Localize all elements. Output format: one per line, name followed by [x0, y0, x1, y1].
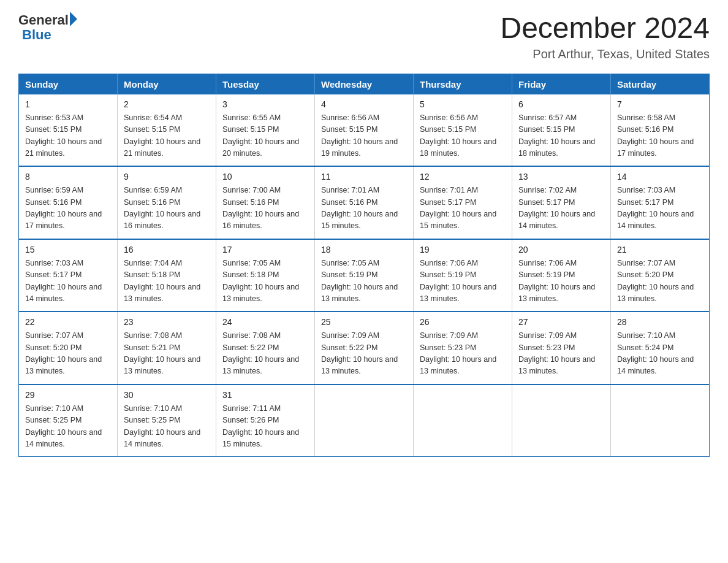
day-number: 9 — [124, 170, 210, 183]
day-number: 26 — [420, 316, 506, 329]
day-info: Sunrise: 7:09 AMSunset: 5:22 PMDaylight:… — [321, 331, 398, 375]
calendar-day-cell: 31Sunrise: 7:11 AMSunset: 5:26 PMDayligh… — [216, 385, 315, 457]
calendar-day-cell: 29Sunrise: 7:10 AMSunset: 5:25 PMDayligh… — [19, 385, 118, 457]
calendar-week-row: 8Sunrise: 6:59 AMSunset: 5:16 PMDaylight… — [19, 166, 710, 239]
day-number: 30 — [124, 389, 210, 402]
day-info: Sunrise: 7:02 AMSunset: 5:17 PMDaylight:… — [518, 186, 595, 230]
header-day-monday: Monday — [118, 74, 216, 94]
calendar-day-cell: 20Sunrise: 7:06 AMSunset: 5:19 PMDayligh… — [512, 239, 611, 312]
day-info: Sunrise: 7:06 AMSunset: 5:19 PMDaylight:… — [420, 259, 496, 303]
day-number: 21 — [617, 243, 703, 256]
day-info: Sunrise: 7:07 AMSunset: 5:20 PMDaylight:… — [617, 259, 694, 303]
day-info: Sunrise: 7:01 AMSunset: 5:16 PMDaylight:… — [321, 186, 398, 230]
day-info: Sunrise: 7:08 AMSunset: 5:22 PMDaylight:… — [222, 331, 299, 375]
logo-blue-text: Blue — [22, 27, 51, 43]
day-number: 18 — [321, 243, 407, 256]
day-info: Sunrise: 7:01 AMSunset: 5:17 PMDaylight:… — [420, 186, 496, 230]
day-info: Sunrise: 7:05 AMSunset: 5:18 PMDaylight:… — [222, 259, 299, 303]
calendar-day-cell: 25Sunrise: 7:09 AMSunset: 5:22 PMDayligh… — [315, 312, 414, 385]
calendar-day-cell: 11Sunrise: 7:01 AMSunset: 5:16 PMDayligh… — [315, 166, 414, 239]
day-number: 28 — [617, 316, 703, 329]
page-header: General Blue December 2024 Port Arthur, … — [18, 12, 710, 61]
day-number: 7 — [617, 98, 703, 111]
calendar-day-cell: 24Sunrise: 7:08 AMSunset: 5:22 PMDayligh… — [216, 312, 315, 385]
calendar-week-row: 29Sunrise: 7:10 AMSunset: 5:25 PMDayligh… — [19, 385, 710, 457]
empty-day-cell — [611, 385, 710, 457]
calendar-day-cell: 17Sunrise: 7:05 AMSunset: 5:18 PMDayligh… — [216, 239, 315, 312]
day-info: Sunrise: 7:03 AMSunset: 5:17 PMDaylight:… — [617, 186, 694, 230]
calendar-day-cell: 19Sunrise: 7:06 AMSunset: 5:19 PMDayligh… — [414, 239, 512, 312]
calendar-day-cell: 18Sunrise: 7:05 AMSunset: 5:19 PMDayligh… — [315, 239, 414, 312]
day-info: Sunrise: 7:09 AMSunset: 5:23 PMDaylight:… — [518, 331, 595, 375]
day-info: Sunrise: 6:54 AMSunset: 5:15 PMDaylight:… — [124, 113, 200, 158]
day-info: Sunrise: 7:09 AMSunset: 5:23 PMDaylight:… — [420, 331, 496, 375]
day-number: 20 — [518, 243, 604, 256]
day-info: Sunrise: 6:59 AMSunset: 5:16 PMDaylight:… — [124, 186, 200, 230]
day-info: Sunrise: 7:10 AMSunset: 5:24 PMDaylight:… — [617, 331, 694, 375]
day-number: 25 — [321, 316, 407, 329]
calendar-day-cell: 4Sunrise: 6:56 AMSunset: 5:15 PMDaylight… — [315, 94, 414, 167]
calendar-day-cell: 22Sunrise: 7:07 AMSunset: 5:20 PMDayligh… — [19, 312, 118, 385]
day-info: Sunrise: 7:10 AMSunset: 5:25 PMDaylight:… — [124, 404, 200, 448]
day-info: Sunrise: 7:06 AMSunset: 5:19 PMDaylight:… — [518, 259, 595, 303]
day-info: Sunrise: 6:59 AMSunset: 5:16 PMDaylight:… — [25, 186, 102, 230]
calendar-day-cell: 28Sunrise: 7:10 AMSunset: 5:24 PMDayligh… — [611, 312, 710, 385]
day-number: 22 — [25, 316, 111, 329]
header-day-friday: Friday — [512, 74, 611, 94]
header-day-tuesday: Tuesday — [216, 74, 315, 94]
day-number: 5 — [420, 98, 506, 111]
header-day-thursday: Thursday — [414, 74, 512, 94]
calendar-day-cell: 23Sunrise: 7:08 AMSunset: 5:21 PMDayligh… — [118, 312, 216, 385]
calendar-day-cell: 3Sunrise: 6:55 AMSunset: 5:15 PMDaylight… — [216, 94, 315, 167]
calendar-day-cell: 9Sunrise: 6:59 AMSunset: 5:16 PMDaylight… — [118, 166, 216, 239]
empty-day-cell — [512, 385, 611, 457]
day-info: Sunrise: 7:04 AMSunset: 5:18 PMDaylight:… — [124, 259, 200, 303]
day-number: 29 — [25, 389, 111, 402]
calendar-day-cell: 30Sunrise: 7:10 AMSunset: 5:25 PMDayligh… — [118, 385, 216, 457]
title-section: December 2024 Port Arthur, Texas, United… — [500, 12, 710, 61]
calendar-day-cell: 2Sunrise: 6:54 AMSunset: 5:15 PMDaylight… — [118, 94, 216, 167]
calendar-day-cell: 12Sunrise: 7:01 AMSunset: 5:17 PMDayligh… — [414, 166, 512, 239]
day-number: 6 — [518, 98, 604, 111]
header-day-saturday: Saturday — [611, 74, 710, 94]
calendar-day-cell: 5Sunrise: 6:56 AMSunset: 5:15 PMDaylight… — [414, 94, 512, 167]
calendar-table: SundayMondayTuesdayWednesdayThursdayFrid… — [18, 74, 710, 458]
day-number: 8 — [25, 170, 111, 183]
empty-day-cell — [414, 385, 512, 457]
day-number: 12 — [420, 170, 506, 183]
header-day-sunday: Sunday — [19, 74, 118, 94]
calendar-week-row: 22Sunrise: 7:07 AMSunset: 5:20 PMDayligh… — [19, 312, 710, 385]
day-number: 19 — [420, 243, 506, 256]
calendar-day-cell: 14Sunrise: 7:03 AMSunset: 5:17 PMDayligh… — [611, 166, 710, 239]
day-number: 31 — [222, 389, 308, 402]
empty-day-cell — [315, 385, 414, 457]
day-info: Sunrise: 7:05 AMSunset: 5:19 PMDaylight:… — [321, 259, 398, 303]
logo-general-text: General — [18, 12, 69, 28]
day-number: 2 — [124, 98, 210, 111]
logo-arrow-icon — [70, 12, 77, 26]
day-number: 10 — [222, 170, 308, 183]
day-info: Sunrise: 7:00 AMSunset: 5:16 PMDaylight:… — [222, 186, 299, 230]
day-info: Sunrise: 6:58 AMSunset: 5:16 PMDaylight:… — [617, 113, 694, 158]
calendar-day-cell: 15Sunrise: 7:03 AMSunset: 5:17 PMDayligh… — [19, 239, 118, 312]
calendar-week-row: 15Sunrise: 7:03 AMSunset: 5:17 PMDayligh… — [19, 239, 710, 312]
calendar-week-row: 1Sunrise: 6:53 AMSunset: 5:15 PMDaylight… — [19, 94, 710, 167]
calendar-day-cell: 7Sunrise: 6:58 AMSunset: 5:16 PMDaylight… — [611, 94, 710, 167]
day-info: Sunrise: 7:11 AMSunset: 5:26 PMDaylight:… — [222, 404, 299, 448]
day-number: 11 — [321, 170, 407, 183]
day-info: Sunrise: 6:57 AMSunset: 5:15 PMDaylight:… — [518, 113, 595, 158]
day-number: 14 — [617, 170, 703, 183]
day-info: Sunrise: 7:10 AMSunset: 5:25 PMDaylight:… — [25, 404, 102, 448]
day-info: Sunrise: 7:03 AMSunset: 5:17 PMDaylight:… — [25, 259, 102, 303]
calendar-day-cell: 16Sunrise: 7:04 AMSunset: 5:18 PMDayligh… — [118, 239, 216, 312]
header-day-wednesday: Wednesday — [315, 74, 414, 94]
day-info: Sunrise: 6:53 AMSunset: 5:15 PMDaylight:… — [25, 113, 102, 158]
day-number: 23 — [124, 316, 210, 329]
calendar-day-cell: 27Sunrise: 7:09 AMSunset: 5:23 PMDayligh… — [512, 312, 611, 385]
calendar-title: December 2024 — [500, 12, 710, 45]
calendar-day-cell: 6Sunrise: 6:57 AMSunset: 5:15 PMDaylight… — [512, 94, 611, 167]
day-info: Sunrise: 7:08 AMSunset: 5:21 PMDaylight:… — [124, 331, 200, 375]
day-number: 1 — [25, 98, 111, 111]
calendar-day-cell: 1Sunrise: 6:53 AMSunset: 5:15 PMDaylight… — [19, 94, 118, 167]
calendar-day-cell: 13Sunrise: 7:02 AMSunset: 5:17 PMDayligh… — [512, 166, 611, 239]
